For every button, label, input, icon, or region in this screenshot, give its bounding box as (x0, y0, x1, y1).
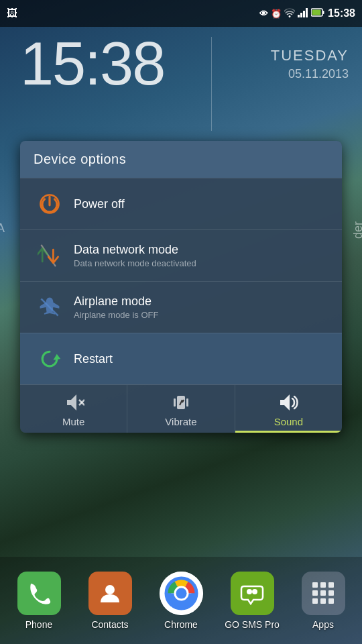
svg-rect-15 (186, 398, 188, 407)
power-off-item[interactable]: Power off (20, 178, 342, 229)
modal-overlay: Device options Power off (0, 0, 362, 644)
power-off-label: Power off (74, 197, 125, 211)
battery-icon (311, 8, 324, 19)
mute-button[interactable]: Mute (20, 385, 127, 433)
status-bar: 🖼 👁 ⏰ (0, 0, 362, 27)
airplane-icon (34, 291, 66, 323)
dialog-title: Device options (20, 141, 342, 178)
svg-marker-10 (53, 354, 60, 360)
svg-rect-0 (298, 15, 300, 17)
gallery-icon: 🖼 (7, 7, 17, 19)
data-network-item[interactable]: Data network mode Data network mode deac… (20, 229, 342, 281)
data-network-label: Data network mode (74, 243, 196, 257)
svg-rect-6 (312, 10, 321, 15)
power-off-text: Power off (74, 197, 125, 211)
sound-button[interactable]: Sound (235, 385, 342, 433)
mute-label: Mute (62, 416, 84, 427)
signal-icon (298, 8, 308, 19)
status-time: 15:38 (328, 7, 355, 19)
svg-rect-2 (303, 11, 305, 17)
alarm-icon: ⏰ (271, 9, 282, 19)
svg-rect-1 (300, 13, 302, 17)
restart-label: Restart (74, 352, 113, 366)
status-system-icons: 👁 ⏰ (259, 8, 324, 19)
vibrate-indicator (127, 431, 234, 433)
status-left-icons: 🖼 (7, 7, 17, 19)
mute-indicator (20, 431, 127, 433)
sound-label: Sound (274, 416, 303, 427)
device-options-dialog: Device options Power off (20, 141, 342, 433)
sound-indicator (235, 431, 342, 433)
vibrate-label: Vibrate (165, 416, 196, 427)
data-network-subtitle: Data network mode deactivated (74, 258, 196, 268)
svg-rect-3 (306, 8, 308, 17)
airplane-item[interactable]: Airplane mode Airplane mode is OFF (20, 281, 342, 333)
restart-item[interactable]: Restart (20, 333, 342, 384)
airplane-text: Airplane mode Airplane mode is OFF (74, 294, 158, 320)
vibrate-button[interactable]: Vibrate (127, 385, 235, 433)
wifi-icon (284, 8, 295, 19)
restart-icon (34, 343, 66, 375)
power-off-icon (34, 188, 66, 220)
eye-icon: 👁 (259, 9, 268, 19)
status-right-area: 👁 ⏰ (259, 7, 355, 19)
restart-text: Restart (74, 352, 113, 366)
svg-rect-5 (323, 11, 324, 14)
data-network-icon (34, 239, 66, 272)
sound-controls: Mute Vibrate (20, 384, 342, 433)
airplane-label: Airplane mode (74, 294, 158, 309)
svg-rect-14 (174, 398, 176, 407)
data-network-text: Data network mode Data network mode deac… (74, 243, 196, 268)
airplane-subtitle: Airplane mode is OFF (74, 310, 158, 320)
